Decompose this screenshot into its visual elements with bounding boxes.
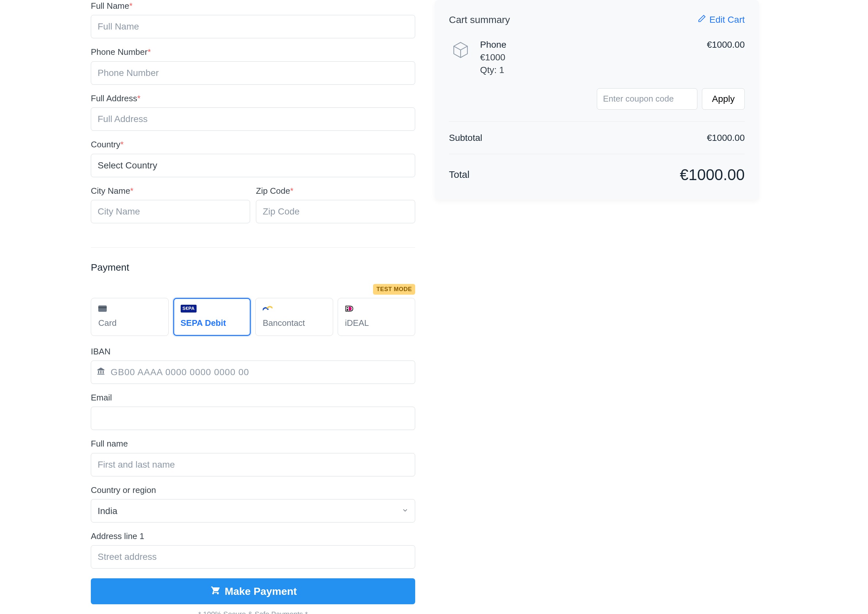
zip-label: Zip Code* [256, 185, 415, 197]
make-payment-button[interactable]: Make Payment [91, 578, 415, 604]
package-icon [449, 38, 472, 62]
city-input[interactable] [91, 200, 250, 223]
bank-icon [97, 366, 105, 378]
email-input[interactable] [91, 407, 415, 430]
address-label: Full Address* [91, 92, 415, 104]
svg-point-3 [347, 307, 348, 308]
tab-ideal-label: iDEAL [345, 317, 408, 329]
cart-summary-card: Cart summary Edit Cart Phone €1000 Qty: … [435, 0, 759, 200]
ideal-icon [345, 305, 408, 312]
edit-cart-link[interactable]: Edit Cart [698, 13, 745, 26]
payment-fullname-label: Full name [91, 438, 415, 449]
zip-input[interactable] [256, 200, 415, 223]
coupon-input[interactable] [597, 88, 698, 110]
item-unit-price: €1000 [480, 51, 699, 64]
sepa-icon: S€PA [181, 305, 243, 312]
addr1-label: Address line 1 [91, 530, 415, 542]
item-name: Phone [480, 38, 699, 51]
subtotal-value: €1000.00 [707, 131, 745, 144]
iban-input[interactable] [91, 361, 415, 384]
payment-tab-card[interactable]: Card [91, 298, 169, 336]
svg-rect-5 [100, 371, 101, 373]
cart-item: Phone €1000 Qty: 1 €1000.00 [449, 38, 745, 76]
section-divider [91, 247, 415, 248]
svg-point-9 [217, 592, 219, 594]
payment-tab-sepa[interactable]: S€PA SEPA Debit [173, 298, 251, 336]
item-line-total: €1000.00 [707, 38, 745, 76]
svg-rect-1 [98, 307, 107, 308]
iban-label: IBAN [91, 346, 415, 357]
bancontact-icon [263, 305, 326, 312]
edit-cart-label: Edit Cart [709, 13, 745, 26]
svg-point-8 [212, 592, 214, 594]
address-input[interactable] [91, 107, 415, 131]
country-select[interactable]: Select Country [91, 154, 415, 177]
payment-tab-bancontact[interactable]: Bancontact [255, 298, 333, 336]
country-label: Country* [91, 138, 415, 150]
subtotal-label: Subtotal [449, 131, 482, 144]
test-mode-badge: TEST MODE [373, 284, 415, 295]
total-label: Total [449, 168, 470, 182]
svg-rect-6 [102, 371, 104, 373]
payment-heading: Payment [91, 261, 415, 274]
make-payment-label: Make Payment [225, 586, 297, 597]
full-name-label: Full Name* [91, 0, 415, 12]
cart-icon [209, 585, 220, 598]
city-label: City Name* [91, 185, 250, 197]
phone-input[interactable] [91, 61, 415, 85]
total-value: €1000.00 [680, 164, 745, 186]
addr1-input[interactable] [91, 545, 415, 569]
country-region-label: Country or region [91, 484, 415, 496]
payment-tab-ideal[interactable]: iDEAL [338, 298, 415, 336]
tab-sepa-label: SEPA Debit [181, 317, 243, 329]
country-region-select[interactable]: India [91, 499, 415, 522]
secure-note: * 100% Secure & Safe Payments * [91, 609, 415, 614]
full-name-input[interactable] [91, 15, 415, 38]
card-icon [98, 305, 161, 312]
apply-coupon-button[interactable]: Apply [702, 88, 745, 110]
svg-rect-0 [98, 305, 107, 312]
item-qty: Qty: 1 [480, 64, 699, 76]
phone-label: Phone Number* [91, 46, 415, 58]
svg-rect-2 [347, 309, 348, 311]
svg-rect-7 [97, 374, 104, 375]
tab-bancontact-label: Bancontact [263, 317, 326, 329]
tab-card-label: Card [98, 317, 161, 329]
email-label: Email [91, 392, 415, 403]
svg-rect-4 [98, 371, 99, 373]
pencil-icon [698, 13, 706, 26]
payment-fullname-input[interactable] [91, 453, 415, 476]
cart-summary-title: Cart summary [449, 13, 510, 26]
